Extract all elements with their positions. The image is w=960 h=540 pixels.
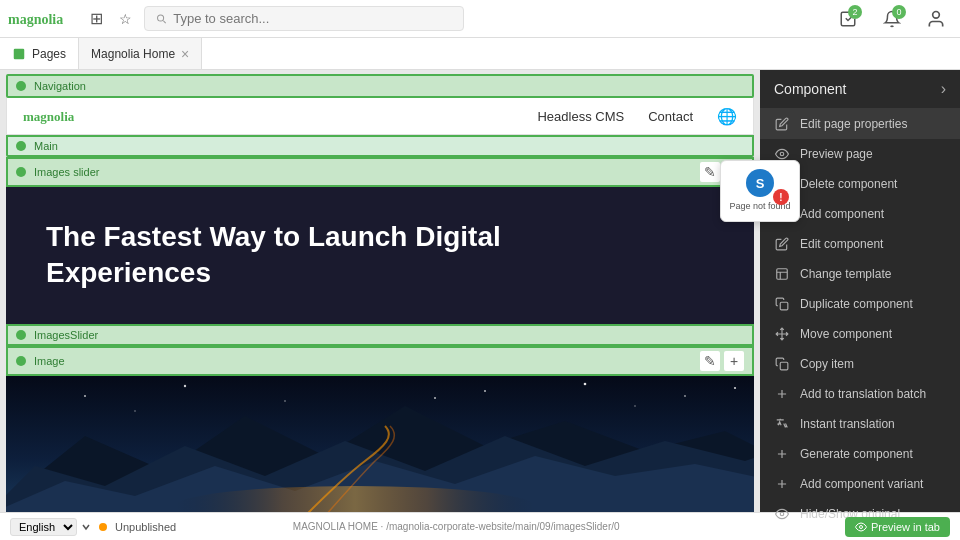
hero-title: The Fastest Way to Launch Digital Experi…: [46, 219, 646, 292]
tab-active-label: Magnolia Home: [91, 47, 175, 61]
images-slider-edit-button[interactable]: ✎: [700, 162, 720, 182]
website-nav: magnolia Headless CMS Contact 🌐: [6, 98, 754, 135]
images-slider-bottom: ImagesSlider: [6, 324, 754, 346]
app-logo: magnolia: [8, 9, 78, 29]
right-panel-chevron[interactable]: ›: [941, 80, 946, 98]
menu-label-add-component-variant: Add component variant: [800, 477, 923, 491]
svg-point-14: [734, 387, 736, 389]
menu-label-add-translation-batch: Add to translation batch: [800, 387, 926, 401]
tab-pages-label: Pages: [32, 47, 66, 61]
duplicate-icon: [774, 296, 790, 312]
menu-label-duplicate-component: Duplicate component: [800, 297, 913, 311]
svg-rect-20: [780, 302, 788, 310]
top-bar: magnolia ⊞ ☆ 2 0: [0, 0, 960, 38]
preview-in-tab-button[interactable]: Preview in tab: [845, 517, 950, 537]
nav-label: Navigation: [34, 80, 86, 92]
preview-icon: [855, 521, 867, 533]
page-area: Navigation magnolia Headless CMS Contact…: [0, 70, 760, 512]
nav-link-headless[interactable]: Headless CMS: [537, 109, 624, 124]
svg-rect-1: [14, 48, 25, 59]
menu-item-edit-component[interactable]: Edit component: [760, 229, 960, 259]
main-section: Main: [6, 135, 754, 157]
website-nav-links: Headless CMS Contact 🌐: [537, 107, 737, 126]
menu-item-copy-item[interactable]: Copy item: [760, 349, 960, 379]
menu-item-move-component[interactable]: Move component: [760, 319, 960, 349]
tab-bar: Pages Magnolia Home ×: [0, 38, 960, 70]
menu-item-add-translation-batch[interactable]: Add to translation batch: [760, 379, 960, 409]
menu-label-edit-component: Edit component: [800, 237, 883, 251]
search-icon: [155, 12, 167, 25]
move-icon: [774, 326, 790, 342]
svg-point-15: [634, 405, 636, 407]
preview-button-label: Preview in tab: [871, 521, 940, 533]
language-selector[interactable]: English: [10, 518, 91, 536]
notifications-badge: 0: [892, 5, 906, 19]
images-slider-label: Images slider: [34, 166, 692, 178]
menu-label-edit-page-properties: Edit page properties: [800, 117, 907, 131]
skype-badge: S: [746, 169, 774, 197]
user-button[interactable]: [920, 3, 952, 35]
menu-item-edit-page-properties[interactable]: Edit page properties: [760, 109, 960, 139]
tab-pages[interactable]: Pages: [0, 38, 79, 69]
website-logo: magnolia: [23, 106, 103, 126]
globe-icon[interactable]: 🌐: [717, 107, 737, 126]
image-add-button[interactable]: +: [724, 351, 744, 371]
menu-item-generate-component[interactable]: Generate component: [760, 439, 960, 469]
copy-icon: [774, 356, 790, 372]
search-input[interactable]: [173, 11, 453, 26]
menu-item-duplicate-component[interactable]: Duplicate component: [760, 289, 960, 319]
menu-label-move-component: Move component: [800, 327, 892, 341]
hide-show-icon: [774, 506, 790, 522]
search-bar[interactable]: [144, 6, 464, 31]
error-notification: S ! Page not found: [720, 160, 800, 222]
images-slider-bar: Images slider ✎ +: [6, 157, 754, 187]
menu-label-preview-page: Preview page: [800, 147, 873, 161]
notifications-button[interactable]: 0: [876, 3, 908, 35]
svg-rect-19: [777, 269, 788, 280]
right-panel-title: Component: [774, 81, 846, 97]
translation-add-icon: [774, 386, 790, 402]
svg-point-8: [84, 395, 86, 397]
grid-icon[interactable]: ⊞: [86, 5, 107, 32]
svg-text:magnolia: magnolia: [8, 12, 63, 27]
right-panel-header: Component ›: [760, 70, 960, 109]
publish-status: Unpublished: [115, 521, 176, 533]
images-slider-bottom-label: ImagesSlider: [34, 329, 98, 341]
variant-icon: [774, 476, 790, 492]
menu-label-instant-translation: Instant translation: [800, 417, 895, 431]
navigation-section: Navigation: [6, 74, 754, 98]
tasks-button[interactable]: 2: [832, 3, 864, 35]
nav-link-contact[interactable]: Contact: [648, 109, 693, 124]
main-layout: Navigation magnolia Headless CMS Contact…: [0, 70, 960, 512]
menu-label-copy-item: Copy item: [800, 357, 854, 371]
tab-close-button[interactable]: ×: [181, 47, 189, 61]
menu-item-change-template[interactable]: Change template: [760, 259, 960, 289]
unpublished-dot: [99, 523, 107, 531]
svg-point-16: [134, 410, 135, 411]
generate-icon: [774, 446, 790, 462]
mountain-svg: [6, 376, 754, 512]
svg-point-17: [434, 397, 436, 399]
svg-point-23: [859, 525, 862, 528]
top-bar-right: 2 0: [832, 3, 952, 35]
image-edit-button[interactable]: ✎: [700, 351, 720, 371]
menu-item-add-component-variant[interactable]: Add component variant: [760, 469, 960, 499]
svg-text:magnolia: magnolia: [23, 109, 75, 124]
tab-magnolia-home[interactable]: Magnolia Home ×: [79, 38, 202, 69]
menu-item-instant-translation[interactable]: Instant translation: [760, 409, 960, 439]
image-bar-actions: ✎ +: [700, 351, 744, 371]
image-bar-label: Image: [34, 355, 692, 367]
image-bar-dot: [16, 356, 26, 366]
images-slider-bottom-dot: [16, 330, 26, 340]
menu-label-delete-component: Delete component: [800, 177, 897, 191]
svg-rect-21: [780, 362, 788, 370]
hero-area: The Fastest Way to Launch Digital Experi…: [6, 187, 754, 324]
error-icon: !: [773, 189, 789, 205]
star-icon[interactable]: ☆: [115, 7, 136, 31]
language-dropdown[interactable]: English: [10, 518, 77, 536]
pencil-icon: [774, 116, 790, 132]
menu-label-generate-component: Generate component: [800, 447, 913, 461]
user-icon: [926, 9, 946, 29]
menu-label-add-component: Add component: [800, 207, 884, 221]
template-icon: [774, 266, 790, 282]
